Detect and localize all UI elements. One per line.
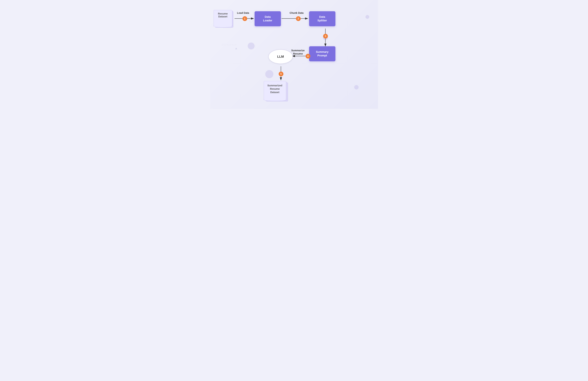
data-loader-node: DataLoader: [255, 11, 281, 26]
resume-dataset-label: ResumeDataset: [214, 12, 232, 18]
step-3-badge: 3: [323, 34, 328, 38]
deco-dot-1: [248, 42, 255, 49]
summarized-dataset-node: SummarizedResumeDataset: [263, 81, 289, 103]
chunk-data-label: Chunk Data: [290, 11, 304, 15]
deco-hex-1: ⬡: [249, 18, 253, 23]
deco-2: ◇◇◇◇◇◇◇◇◇: [222, 44, 237, 46]
step-5-badge: 5: [279, 72, 283, 76]
deco-dot-3: [265, 70, 273, 78]
resume-dataset-node: ResumeDataset: [213, 10, 234, 30]
summarized-dataset-label: SummarizedResumeDataset: [264, 84, 286, 94]
step-1-badge: 1: [242, 16, 247, 21]
summarize-resume-label: SummarizeResume: [291, 49, 305, 55]
summary-prompt-node: SummaryPrompt: [309, 46, 336, 61]
deco-dot-5: [365, 15, 369, 19]
deco-tri: [235, 48, 237, 49]
deco-dot-4: [354, 85, 358, 90]
data-splitter-node: DataSplitter: [309, 11, 336, 26]
load-data-label: Load Data: [237, 11, 249, 15]
step-2-badge: 2: [296, 16, 301, 21]
llm-node: LLM: [268, 49, 293, 64]
diagram-canvas: ◇◇◇◇◇ ◇◇◇◇◇◇◇◇◇ ⬡ ResumeDataset: [210, 0, 378, 109]
step-4-badge: 4: [306, 54, 310, 58]
